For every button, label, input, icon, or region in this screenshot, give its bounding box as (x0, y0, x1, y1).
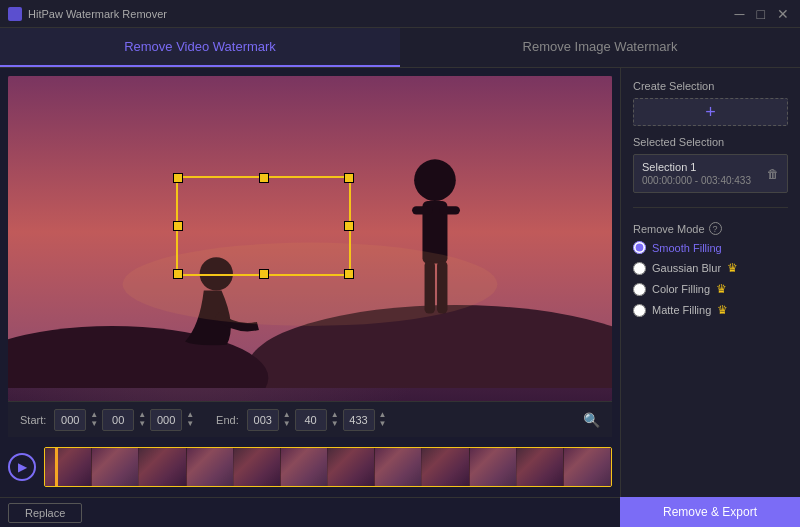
end-seconds-input[interactable] (343, 409, 375, 431)
remove-mode-section: Remove Mode ? Smooth Filling Gaussian Bl… (633, 222, 788, 317)
svg-rect-6 (439, 206, 460, 214)
handle-top-right[interactable] (344, 173, 354, 183)
left-panel: Start: ▲▼ ▲▼ ▲▼ End: ▲▼ ▲▼ ▲▼ 🔍 (0, 68, 620, 527)
handle-bottom-right[interactable] (344, 269, 354, 279)
bottom-bar: Replace (0, 497, 620, 527)
start-hours-spin[interactable]: ▲▼ (88, 411, 100, 428)
selection-rectangle[interactable] (176, 176, 351, 276)
end-minutes-input[interactable] (295, 409, 327, 431)
mode-color[interactable]: Color Filling ♛ (633, 282, 788, 296)
close-button[interactable]: ✕ (774, 6, 792, 22)
premium-icon-gaussian: ♛ (727, 261, 738, 275)
handle-top-left[interactable] (173, 173, 183, 183)
svg-point-1 (248, 305, 612, 388)
tab-video[interactable]: Remove Video Watermark (0, 28, 400, 67)
search-icon[interactable]: 🔍 (583, 412, 600, 428)
start-label: Start: (20, 414, 46, 426)
timeline-track[interactable] (44, 447, 612, 487)
play-button[interactable]: ▶ (8, 453, 36, 481)
mode-matte-radio[interactable] (633, 304, 646, 317)
handle-bottom-mid[interactable] (259, 269, 269, 279)
frame-1 (45, 448, 92, 486)
create-selection-button[interactable]: + (633, 98, 788, 126)
replace-button[interactable]: Replace (8, 503, 82, 523)
handle-mid-right[interactable] (344, 221, 354, 231)
svg-rect-5 (412, 206, 433, 214)
frame-6 (281, 448, 328, 486)
mode-gaussian-radio[interactable] (633, 262, 646, 275)
start-seconds-spin[interactable]: ▲▼ (184, 411, 196, 428)
frame-8 (375, 448, 422, 486)
start-seconds-input[interactable] (150, 409, 182, 431)
export-button[interactable]: Remove & Export (620, 497, 800, 527)
frame-4 (187, 448, 234, 486)
selected-selection-title: Selected Selection (633, 136, 788, 148)
handle-mid-left[interactable] (173, 221, 183, 231)
title-bar-controls[interactable]: ─ □ ✕ (732, 6, 792, 22)
end-hours-input[interactable] (247, 409, 279, 431)
end-time-group: ▲▼ ▲▼ ▲▼ (247, 409, 389, 431)
maximize-button[interactable]: □ (754, 6, 768, 22)
radio-group: Smooth Filling Gaussian Blur ♛ Color Fil… (633, 241, 788, 317)
handle-top-mid[interactable] (259, 173, 269, 183)
divider (633, 207, 788, 208)
mode-color-radio[interactable] (633, 283, 646, 296)
start-hours-input[interactable] (54, 409, 86, 431)
frame-10 (470, 448, 517, 486)
mode-smooth[interactable]: Smooth Filling (633, 241, 788, 254)
timeline-frames (45, 448, 611, 486)
start-time-group: ▲▼ ▲▼ ▲▼ (54, 409, 196, 431)
svg-rect-4 (422, 201, 447, 263)
mode-matte[interactable]: Matte Filling ♛ (633, 303, 788, 317)
mode-gaussian[interactable]: Gaussian Blur ♛ (633, 261, 788, 275)
frame-9 (422, 448, 469, 486)
selection-item[interactable]: Selection 1 000:00:000 - 003:40:433 🗑 (633, 154, 788, 193)
handle-bottom-left[interactable] (173, 269, 183, 279)
end-hours-spin[interactable]: ▲▼ (281, 411, 293, 428)
start-minutes-spin[interactable]: ▲▼ (136, 411, 148, 428)
timeline-playhead[interactable] (55, 448, 58, 486)
end-label: End: (216, 414, 239, 426)
title-bar-left: HitPaw Watermark Remover (8, 7, 167, 21)
figure-standing (412, 159, 460, 313)
selection-item-time: 000:00:000 - 003:40:433 (642, 175, 751, 186)
tab-bar: Remove Video Watermark Remove Image Wate… (0, 28, 800, 68)
timeline: ▶ (8, 441, 612, 493)
selection-item-name: Selection 1 (642, 161, 751, 173)
controls-bar: Start: ▲▼ ▲▼ ▲▼ End: ▲▼ ▲▼ ▲▼ 🔍 (8, 401, 612, 437)
video-container (8, 76, 612, 401)
main-content: Start: ▲▼ ▲▼ ▲▼ End: ▲▼ ▲▼ ▲▼ 🔍 (0, 68, 800, 527)
right-panel: Create Selection + Selected Selection Se… (620, 68, 800, 527)
info-icon[interactable]: ? (709, 222, 722, 235)
svg-point-3 (414, 159, 456, 201)
remove-mode-title: Remove Mode ? (633, 222, 788, 235)
frame-2 (92, 448, 139, 486)
frame-5 (234, 448, 281, 486)
selection-item-info: Selection 1 000:00:000 - 003:40:433 (642, 161, 751, 186)
frame-3 (139, 448, 186, 486)
svg-point-2 (8, 326, 268, 388)
premium-icon-matte: ♛ (717, 303, 728, 317)
premium-icon-color: ♛ (716, 282, 727, 296)
end-seconds-spin[interactable]: ▲▼ (377, 411, 389, 428)
start-minutes-input[interactable] (102, 409, 134, 431)
frame-7 (328, 448, 375, 486)
tab-image[interactable]: Remove Image Watermark (400, 28, 800, 67)
svg-rect-8 (437, 261, 447, 313)
create-selection-title: Create Selection (633, 80, 788, 92)
title-bar: HitPaw Watermark Remover ─ □ ✕ (0, 0, 800, 28)
selected-selection-section: Selected Selection Selection 1 000:00:00… (633, 136, 788, 193)
create-selection-section: Create Selection + (633, 80, 788, 126)
mode-smooth-radio[interactable] (633, 241, 646, 254)
frame-11 (517, 448, 564, 486)
minimize-button[interactable]: ─ (732, 6, 748, 22)
app-icon (8, 7, 22, 21)
app-title: HitPaw Watermark Remover (28, 8, 167, 20)
svg-rect-7 (425, 261, 435, 313)
frame-12 (564, 448, 611, 486)
end-minutes-spin[interactable]: ▲▼ (329, 411, 341, 428)
delete-selection-icon[interactable]: 🗑 (767, 167, 779, 181)
